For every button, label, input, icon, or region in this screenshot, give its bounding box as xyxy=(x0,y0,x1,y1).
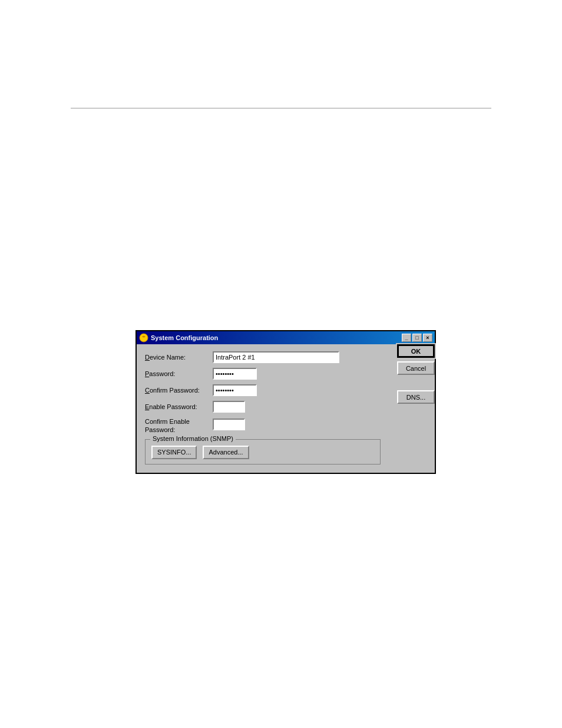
ok-button[interactable]: OK xyxy=(397,344,435,358)
system-configuration-dialog: System Configuration _ □ × OK Cancel DNS… xyxy=(135,330,436,474)
snmp-group: System Information (SNMP) SYSINFO... Adv… xyxy=(145,439,381,465)
dialog-title-left: System Configuration xyxy=(139,333,218,342)
confirm-enable-password-row: Confirm Enable Password: xyxy=(145,417,381,434)
minimize-button[interactable]: _ xyxy=(402,334,411,342)
enable-password-input[interactable] xyxy=(213,401,245,413)
device-name-label: Device Name: xyxy=(145,354,213,361)
device-name-row: Device Name: xyxy=(145,351,381,363)
svg-point-0 xyxy=(140,334,148,342)
action-buttons-column: OK Cancel DNS... xyxy=(397,344,435,404)
dialog-body: OK Cancel DNS... Device Name: xyxy=(137,344,435,473)
dialog-window: System Configuration _ □ × OK Cancel DNS… xyxy=(135,330,436,474)
enable-password-row: Enable Password: xyxy=(145,401,381,413)
confirm-enable-password-label: Confirm Enable Password: xyxy=(145,417,213,434)
cancel-button[interactable]: Cancel xyxy=(397,361,435,375)
password-input[interactable] xyxy=(213,368,257,380)
advanced-button[interactable]: Advanced... xyxy=(203,446,249,459)
dialog-app-icon xyxy=(139,333,148,342)
dialog-titlebar: System Configuration _ □ × xyxy=(137,331,435,344)
confirm-password-label: Confirm Password: xyxy=(145,387,213,394)
confirm-password-row: Confirm Password: xyxy=(145,384,381,396)
enable-password-label: Enable Password: xyxy=(145,403,213,410)
snmp-buttons-row: SYSINFO... Advanced... xyxy=(151,446,374,459)
dialog-title-text: System Configuration xyxy=(151,334,218,341)
close-button[interactable]: × xyxy=(423,334,432,342)
maximize-button[interactable]: □ xyxy=(412,334,422,342)
password-label: Password: xyxy=(145,370,213,377)
device-name-input[interactable] xyxy=(213,351,339,363)
sysinfo-button[interactable]: SYSINFO... xyxy=(151,446,197,459)
fields-area: Device Name: Password: Con xyxy=(145,351,381,465)
dns-button[interactable]: DNS... xyxy=(397,390,435,404)
password-row: Password: xyxy=(145,368,381,380)
snmp-group-legend: System Information (SNMP) xyxy=(150,435,236,442)
confirm-password-input[interactable] xyxy=(213,384,257,396)
page-background: System Configuration _ □ × OK Cancel DNS… xyxy=(0,0,562,728)
dialog-title-buttons: _ □ × xyxy=(402,334,432,342)
confirm-enable-password-input[interactable] xyxy=(213,419,245,430)
horizontal-divider xyxy=(71,108,491,108)
